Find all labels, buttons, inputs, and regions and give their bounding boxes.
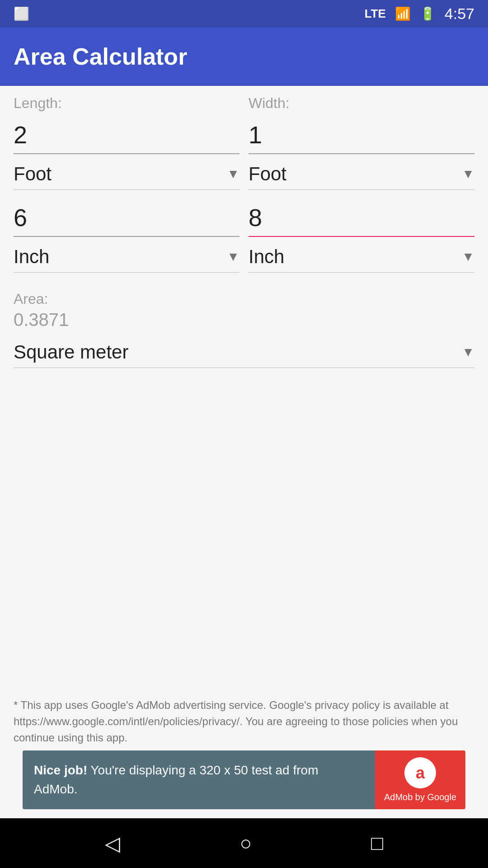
area-section: Area: 0.3871 Square meter ▼ (14, 291, 474, 368)
labels-row: Length: Width: (14, 95, 474, 154)
length-unit-arrow-icon: ▼ (227, 167, 239, 181)
width-group: Width: (249, 95, 474, 154)
battery-icon: 🔋 (420, 6, 436, 21)
length-group: Length: (14, 95, 239, 154)
area-unit-text: Square meter (14, 341, 462, 363)
area-unit-dropdown[interactable]: Square meter ▼ (14, 337, 474, 368)
length-inch-dropdown[interactable]: Inch ▼ (14, 241, 239, 273)
main-content: Length: Width: Foot ▼ Foot ▼ (0, 86, 488, 688)
back-button[interactable]: ◁ (105, 832, 120, 855)
app-header: Area Calculator (0, 27, 488, 86)
ad-right-panel: a AdMob by Google (375, 750, 465, 809)
foot-dropdown-row: Foot ▼ Foot ▼ (14, 159, 474, 190)
admob-brand-text: AdMob by Google (384, 792, 456, 802)
app-title: Area Calculator (14, 43, 187, 70)
width-inch-group (249, 199, 474, 237)
area-unit-arrow-icon: ▼ (462, 345, 474, 359)
status-bar: ⬜ LTE 📶 🔋 4:57 (0, 0, 488, 27)
area-value: 0.3871 (14, 310, 474, 330)
length-unit-group: Foot ▼ (14, 159, 239, 190)
width-inch-dropdown[interactable]: Inch ▼ (249, 241, 474, 273)
width-unit-arrow-icon: ▼ (462, 167, 474, 181)
length-inch-input[interactable] (14, 199, 239, 237)
navigation-bar: ◁ ○ □ (0, 818, 488, 868)
admob-logo: a (404, 757, 436, 788)
width-value-input[interactable] (249, 116, 474, 154)
inch-values-row (14, 199, 474, 237)
length-inch-unit-group: Inch ▼ (14, 241, 239, 273)
length-unit-text: Foot (14, 163, 227, 185)
recents-button[interactable]: □ (371, 832, 383, 854)
width-inch-unit-group: Inch ▼ (249, 241, 474, 273)
home-button[interactable]: ○ (239, 832, 252, 854)
clock: 4:57 (445, 5, 474, 23)
spacer (14, 368, 474, 679)
signal-icon: 📶 (395, 6, 411, 21)
length-label: Length: (14, 95, 239, 112)
length-inch-arrow-icon: ▼ (227, 250, 239, 264)
app-icon: ⬜ (14, 6, 29, 21)
admob-logo-letter: a (416, 764, 425, 783)
lte-indicator: LTE (365, 7, 386, 21)
area-label: Area: (14, 291, 474, 307)
ad-banner[interactable]: Nice job! You're displaying a 320 x 50 t… (23, 750, 465, 809)
ad-left-panel: Nice job! You're displaying a 320 x 50 t… (23, 750, 375, 809)
width-unit-group: Foot ▼ (249, 159, 474, 190)
width-inch-arrow-icon: ▼ (462, 250, 474, 264)
length-foot-dropdown[interactable]: Foot ▼ (14, 159, 239, 190)
inch-dropdown-row: Inch ▼ Inch ▼ (14, 241, 474, 273)
length-value-input[interactable] (14, 116, 239, 154)
length-inch-group (14, 199, 239, 237)
admob-notice: * This app uses Google's AdMob advertisi… (0, 688, 488, 750)
width-inch-input[interactable] (249, 199, 474, 237)
width-inch-text: Inch (249, 246, 462, 268)
width-unit-text: Foot (249, 163, 462, 185)
width-foot-dropdown[interactable]: Foot ▼ (249, 159, 474, 190)
ad-text: Nice job! You're displaying a 320 x 50 t… (34, 761, 364, 799)
width-label: Width: (249, 95, 474, 112)
length-inch-text: Inch (14, 246, 227, 268)
